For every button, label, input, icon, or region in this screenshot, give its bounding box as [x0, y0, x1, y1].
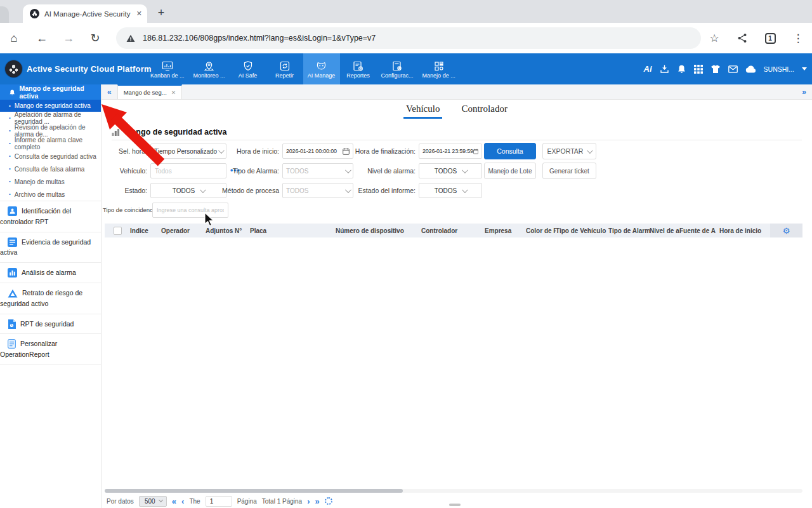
sidebar-item-label: Manejo de multas	[15, 178, 65, 185]
screen: AI Manage-Active Security Clo ✕ + ⌂ ← → …	[0, 0, 812, 508]
workspace-tab[interactable]: Mango de seg... ✕	[117, 84, 183, 99]
apps-grid-icon[interactable]	[694, 65, 703, 74]
col-tipo-alarma[interactable]: Tipo de Alarma	[608, 227, 650, 234]
tab-vehiculo[interactable]: Vehículo	[405, 101, 441, 119]
col-controlador[interactable]: Controlador	[421, 227, 485, 234]
download-icon[interactable]	[660, 64, 669, 74]
sidebar-section-analisis[interactable]: Análisis de alarma	[0, 262, 101, 283]
nav-item-configuracion[interactable]: Configurac...	[377, 53, 418, 84]
estado-informe-select[interactable]: TODOS	[419, 183, 482, 198]
alarm-bell-icon[interactable]	[677, 64, 686, 74]
sidebar-section-personalizar[interactable]: Personalizar OperationReport	[0, 333, 101, 365]
share-icon[interactable]	[728, 33, 756, 43]
nav-item-ai-safe[interactable]: AI Safe	[230, 53, 266, 84]
col-placa[interactable]: Placa	[250, 227, 336, 234]
sidebar-section-rpt[interactable]: RPT de seguridad	[0, 314, 101, 334]
expand-tabs-icon[interactable]: »	[796, 88, 812, 97]
select-all-checkbox[interactable]	[114, 227, 122, 235]
sidebar-item-mango-seguridad[interactable]: • Mango de seguridad activa	[0, 100, 101, 112]
sidebar-section-identificacion[interactable]: Identificación del controlador RPT	[0, 201, 101, 232]
sidebar-item-revision[interactable]: •Revisión de apelación de alarma de...	[0, 124, 101, 137]
replay-icon	[280, 61, 290, 71]
table-header: Indice Operador Adjuntos N° Placa Número…	[105, 224, 802, 237]
sidebar-item-archivo-multas[interactable]: •Archivo de multas	[0, 188, 101, 201]
ai-assistant-icon[interactable]: Ai	[644, 64, 652, 74]
home-icon[interactable]: ⌂	[3, 32, 25, 45]
page-number-input[interactable]	[206, 496, 232, 507]
tab-controlador[interactable]: Controlador	[460, 101, 509, 119]
last-page-icon[interactable]: »	[315, 497, 320, 506]
coincidencia-input[interactable]	[152, 203, 228, 218]
coincidencia-label: Tipo de coincidencia	[103, 203, 151, 218]
sidebar-header[interactable]: Mango de seguridad activa	[0, 84, 101, 100]
col-empresa[interactable]: Empresa	[485, 227, 526, 234]
tab-count: 1	[765, 33, 776, 44]
workspace-tab-close-icon[interactable]: ✕	[171, 90, 176, 96]
col-indice[interactable]: Indice	[122, 227, 161, 234]
nav-item-monitoreo[interactable]: Monitoreo ...	[189, 53, 230, 84]
mail-icon[interactable]	[728, 65, 738, 73]
nav-item-repetir[interactable]: Repetir	[266, 53, 303, 84]
chevron-down-icon	[462, 167, 468, 173]
col-color-placa[interactable]: Color de Pla	[526, 227, 556, 234]
end-time-value: 2026-01-21 23:59:59	[422, 148, 473, 154]
tab-close-icon[interactable]: ✕	[136, 10, 142, 18]
exportar-button[interactable]: EXPORTAR	[542, 143, 596, 159]
browser-menu-icon[interactable]: ⋮	[784, 32, 812, 45]
prev-page-icon[interactable]: ‹	[181, 497, 184, 506]
alarm-level-select[interactable]: TODOS	[419, 163, 482, 178]
new-tab-button[interactable]: +	[152, 4, 170, 22]
first-page-icon[interactable]: «	[172, 497, 176, 506]
sidebar-item-falsa-alarma[interactable]: •Consulta de falsa alarma	[0, 163, 101, 175]
nav-item-kanban[interactable]: Kanban de ...	[146, 53, 189, 84]
sidebar-item-label: Consulta de seguridad activa	[15, 153, 96, 160]
forward-icon[interactable]: →	[57, 32, 80, 45]
back-icon[interactable]: ←	[30, 32, 53, 45]
next-page-icon[interactable]: ›	[307, 497, 310, 506]
per-page-select[interactable]: 500	[139, 496, 167, 507]
estado-informe-value: TODOS	[435, 187, 457, 194]
sidebar-item-label: Informe de alarma clave completo	[15, 137, 101, 150]
sidebar-item-informe[interactable]: •Informe de alarma clave completo	[0, 137, 101, 150]
bullet-icon: •	[9, 179, 11, 184]
scrollbar-thumb[interactable]	[105, 489, 403, 493]
col-fuente[interactable]: Fuente de A	[679, 227, 719, 234]
sidebar-item-apelacion[interactable]: •Apelación de alarma de seguridad ...	[0, 112, 101, 124]
reload-icon[interactable]: ↻	[84, 31, 107, 45]
cloud-icon[interactable]	[745, 65, 756, 73]
user-caret-icon[interactable]	[802, 67, 807, 70]
nav-item-ai-manage[interactable]: AI Manage	[303, 53, 340, 84]
username[interactable]: SUNSHI...	[764, 65, 794, 73]
sidebar-section-evidencia[interactable]: Evidencia de seguridad activa	[0, 232, 101, 263]
nav-label: AI Manage	[308, 72, 336, 79]
theme-shirt-icon[interactable]	[710, 65, 721, 74]
partial-tab	[0, 6, 9, 23]
col-hora-inicio[interactable]: Hora de inicio	[719, 227, 770, 234]
tab-count-button[interactable]: 1	[756, 33, 784, 44]
bars-icon	[112, 128, 120, 136]
end-time-input[interactable]: 2026-01-21 23:59:59	[419, 144, 482, 159]
col-dispositivo[interactable]: Número de dispositivo	[336, 227, 421, 234]
sidebar-item-consulta-seguridad[interactable]: •Consulta de seguridad activa	[0, 150, 101, 163]
sidebar-item-manejo-multas[interactable]: •Manejo de multas	[0, 175, 101, 188]
col-adjuntos[interactable]: Adjuntos N°	[206, 227, 250, 234]
collapse-sidebar-icon[interactable]: «	[102, 88, 117, 97]
sidebar-section-retrato[interactable]: Retrato de riesgo de seguridad activo	[0, 283, 101, 314]
manejo-lote-button[interactable]: Manejo de Lote	[484, 163, 536, 179]
workspace-tabstrip: « Mango de seg... ✕ »	[102, 84, 812, 100]
col-operador[interactable]: Operador	[161, 227, 206, 234]
url-bar[interactable]: 186.81.232.106/808gps/index.html?lang=es…	[116, 27, 701, 49]
browser-tab[interactable]: AI Manage-Active Security Clo ✕	[23, 4, 147, 23]
generar-ticket-button[interactable]: Generar ticket	[542, 163, 596, 179]
column-settings-gear-icon[interactable]: ⚙	[770, 224, 802, 237]
refresh-spinner-icon[interactable]	[325, 497, 332, 505]
col-tipo-vehiculo[interactable]: Tipo de Vehículo	[556, 227, 608, 234]
col-nivel-alarma[interactable]: Nivel de alar	[650, 227, 679, 234]
nav-item-reportes[interactable]: Reportes	[340, 53, 377, 84]
nav-item-manejo[interactable]: Manejo de ...	[418, 53, 460, 84]
sidebar-section-label: RPT de seguridad	[20, 320, 74, 328]
main-content: Vehículo Controlador Mango de seguridad …	[102, 100, 812, 508]
bookmark-star-icon[interactable]: ☆	[700, 32, 728, 45]
horizontal-scrollbar[interactable]	[105, 489, 802, 493]
consulta-button[interactable]: Consulta	[484, 143, 536, 159]
